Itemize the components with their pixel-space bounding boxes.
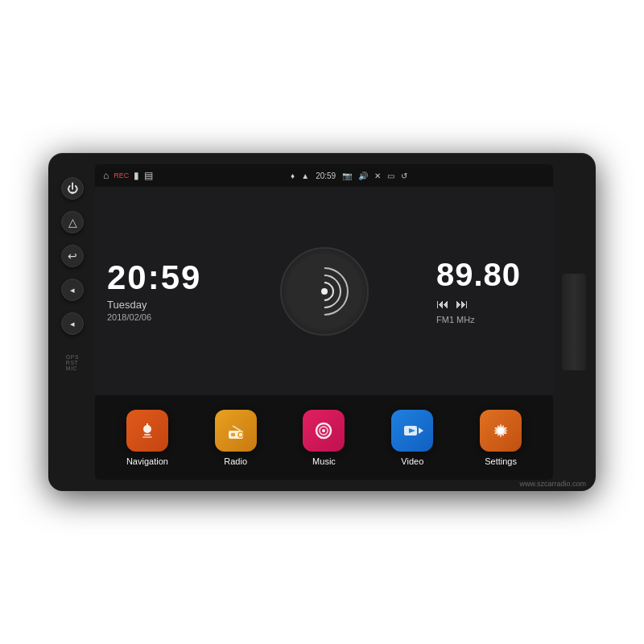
app-settings[interactable]: Settings: [473, 410, 529, 466]
settings-svg: [489, 419, 512, 442]
power-icon: ⏻: [67, 182, 78, 195]
radio-signal-area: [224, 187, 424, 395]
radio-next-button[interactable]: ⏭: [456, 297, 469, 312]
radio-icon: [215, 410, 257, 452]
signal-circle: [280, 247, 369, 336]
right-vent: [562, 274, 586, 370]
app-navigation[interactable]: Navigation: [119, 410, 175, 466]
android-screen: ⌂ REC ▮ ▤ ♦ ▲ 20:59 📷 🔊 ✕ ▭ ↺: [95, 164, 553, 480]
video-icon: [391, 410, 433, 452]
back-status-icon[interactable]: ↺: [401, 171, 407, 180]
camera-status-icon: 📷: [342, 171, 352, 180]
main-content: 20:59 Tuesday 2018/02/06: [95, 187, 553, 395]
signal-dot: [321, 288, 328, 295]
app-music[interactable]: Music: [295, 410, 352, 466]
clock-date: 2018/02/06: [107, 312, 212, 322]
clock-day: Tuesday: [107, 299, 212, 311]
radio-info-panel: 89.80 ⏮ ⏭ FM1 MHz: [424, 187, 553, 395]
settings-icon: [480, 410, 522, 452]
gps-label: GPS: [66, 354, 79, 360]
power-button[interactable]: ⏻: [61, 177, 84, 200]
settings-label: Settings: [485, 456, 517, 466]
home-status-icon[interactable]: ⌂: [103, 170, 109, 181]
video-label: Video: [401, 456, 423, 466]
svg-point-9: [322, 429, 325, 432]
navigation-svg: [136, 419, 159, 442]
music-icon: [303, 410, 345, 452]
navigation-icon: [126, 410, 168, 452]
radio-band: FM1 MHz: [436, 315, 541, 324]
svg-rect-4: [231, 433, 235, 436]
svg-rect-2: [142, 436, 152, 438]
radio-controls: ⏮ ⏭: [436, 297, 541, 312]
volume-down-icon: ◂: [70, 319, 75, 329]
sim-icon: ▤: [144, 170, 153, 181]
navigation-label: Navigation: [126, 456, 168, 466]
app-video[interactable]: Video: [384, 410, 440, 466]
screen-status-icon[interactable]: ▭: [387, 171, 394, 180]
wifi-status-icon: ▲: [301, 171, 309, 180]
music-label: Music: [312, 456, 336, 466]
app-radio[interactable]: Radio: [208, 410, 264, 466]
back-button[interactable]: ↩: [61, 245, 84, 267]
status-center: ♦ ▲ 20:59 📷 🔊 ✕ ▭ ↺: [291, 171, 407, 180]
radio-label: Radio: [224, 456, 247, 466]
car-head-unit: ⏻ △ ↩ ◂ ◂ GPS RST MIC ⌂ REC: [48, 153, 596, 491]
close-status-icon[interactable]: ✕: [374, 171, 381, 180]
rec-icon: REC: [114, 171, 129, 180]
svg-point-0: [143, 425, 151, 433]
left-panel: ⏻ △ ↩ ◂ ◂ GPS RST MIC: [48, 169, 97, 475]
volume-up-button[interactable]: ◂: [61, 279, 84, 301]
clock-time: 20:59: [107, 261, 212, 295]
radio-prev-button[interactable]: ⏮: [436, 297, 449, 312]
mic-label: MIC: [66, 365, 79, 371]
screen: ⌂ REC ▮ ▤ ♦ ▲ 20:59 📷 🔊 ✕ ▭ ↺: [95, 164, 553, 480]
svg-rect-1: [144, 434, 151, 436]
app-grid: Navigation Radio: [95, 395, 553, 480]
volume-up-icon: ◂: [70, 285, 75, 295]
status-bar: ⌂ REC ▮ ▤ ♦ ▲ 20:59 📷 🔊 ✕ ▭ ↺: [95, 164, 553, 187]
video-svg: [401, 419, 423, 442]
signal-waves-container: [292, 259, 357, 324]
volume-down-button[interactable]: ◂: [61, 312, 84, 335]
right-panel: [551, 169, 596, 475]
clock-panel: 20:59 Tuesday 2018/02/06: [95, 187, 224, 395]
home-icon: △: [68, 216, 77, 229]
battery-icon: ▮: [134, 170, 139, 181]
gps-status-icon: ♦: [291, 171, 295, 180]
status-time: 20:59: [316, 171, 336, 180]
status-left: ⌂ REC ▮ ▤: [103, 170, 153, 181]
rst-label: RST: [66, 360, 79, 365]
svg-marker-11: [419, 427, 423, 434]
radio-frequency: 89.80: [436, 258, 541, 291]
watermark: www.szcarradio.com: [519, 480, 586, 488]
radio-svg: [225, 419, 247, 442]
svg-line-6: [233, 426, 241, 431]
back-icon: ↩: [68, 250, 77, 262]
home-button[interactable]: △: [61, 211, 84, 233]
sound-status-icon: 🔊: [358, 171, 368, 180]
music-svg: [312, 419, 335, 442]
